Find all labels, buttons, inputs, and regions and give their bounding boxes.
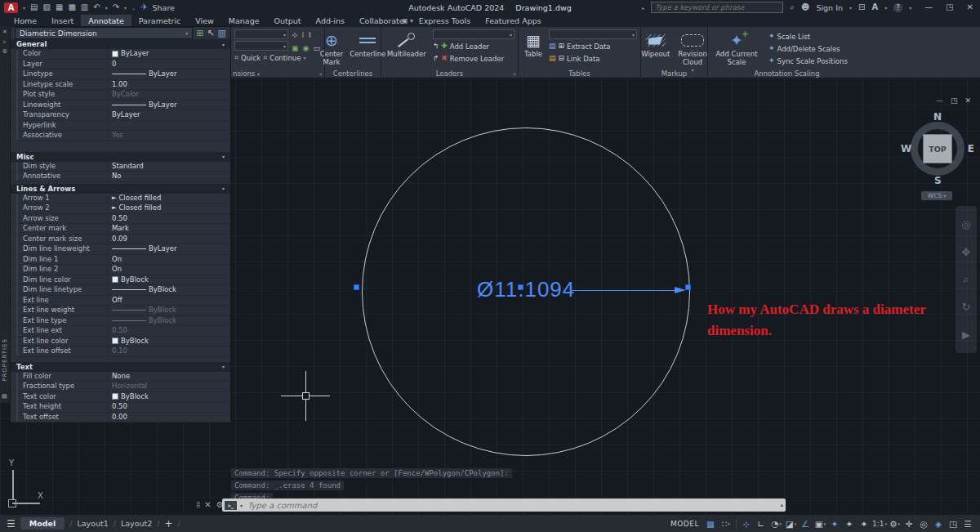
customization-icon[interactable]: ☰ — [961, 517, 975, 530]
property-row[interactable]: Linetype scale ► 1.00 — [11, 80, 230, 91]
property-value[interactable]: ► ByLayer — [109, 49, 230, 59]
search-expand-icon[interactable]: ▸ — [642, 5, 644, 11]
property-value[interactable]: ► ByBlock — [109, 316, 230, 326]
revision-cloud-button[interactable]: Revision Cloud ▾ — [675, 29, 710, 75]
add-current-scale-button[interactable]: ✦+ Add Current Scale — [711, 29, 762, 67]
autoscale-icon[interactable]: ✦ — [843, 517, 857, 530]
property-row[interactable]: Center mark size ► 0.09 — [11, 235, 230, 245]
apps-caret-icon[interactable]: ▾ — [884, 5, 887, 11]
drawing-close-button[interactable]: ✕ — [965, 96, 972, 105]
leaders-launcher-icon[interactable]: » — [513, 71, 516, 78]
leader-collect-icon[interactable]: ↰ — [433, 42, 439, 50]
drawing-minimize-button[interactable]: — — [936, 96, 943, 105]
dimension-line[interactable] — [572, 290, 676, 291]
tab-view[interactable]: View — [188, 15, 221, 27]
property-value[interactable]: ► None — [109, 372, 230, 382]
tab-annotate[interactable]: Annotate — [81, 15, 131, 27]
property-value[interactable]: ► 0.10 — [109, 346, 230, 356]
property-value[interactable]: ► ByBlock — [109, 392, 230, 402]
property-row[interactable]: Dim line 2 ► On — [11, 265, 230, 275]
open-folder-icon[interactable]: ▧ — [42, 3, 50, 11]
diameter-dimension-text[interactable]: Ø11.1094 — [477, 277, 575, 302]
property-row[interactable]: Arrow 2 ► Closed filled — [11, 203, 230, 214]
viewcube-south[interactable]: S — [934, 175, 942, 186]
dimstyle-combo[interactable]: ▾ — [234, 29, 288, 39]
snap-mode-icon[interactable]: ∷ ▾ — [719, 517, 733, 530]
section-header-text[interactable]: Text▾ — [11, 362, 230, 372]
property-value[interactable]: ► 0.50 — [109, 326, 230, 336]
property-value[interactable]: ► Standard — [109, 162, 230, 172]
help-icon[interactable]: ? — [893, 3, 902, 12]
palette-settings-icon[interactable]: ⚙ — [2, 48, 7, 55]
save-icon[interactable]: ▦ — [56, 3, 63, 11]
property-row[interactable]: Arrow 1 ► Closed filled — [11, 194, 230, 204]
property-row[interactable]: Ext line ext ► 0.50 — [11, 326, 230, 337]
share-icon[interactable]: ✈ — [140, 3, 147, 11]
redo-icon[interactable]: ↷ — [113, 3, 119, 11]
dimensions-launcher-icon[interactable]: » — [319, 71, 323, 78]
panel-label-markup[interactable]: Markup — [641, 69, 707, 78]
property-row[interactable]: Ext line color ► ByBlock — [11, 337, 230, 347]
dim-check-icon[interactable]: ▣ — [292, 45, 299, 52]
property-value[interactable]: ► ByLayer — [109, 110, 230, 120]
section-header-general[interactable]: General▾ — [11, 39, 230, 49]
dim-baseline-icon[interactable]: ⊹ — [292, 32, 298, 39]
annotation-scale-value[interactable]: 1:1 ▾ — [872, 517, 887, 530]
command-grip-icon[interactable]: ⁞⁞ — [196, 500, 199, 509]
property-row[interactable]: Ext line weight ► ByBlock — [11, 306, 230, 316]
property-value[interactable]: ► On — [109, 265, 230, 275]
viewcube-north[interactable]: N — [933, 111, 942, 123]
property-row[interactable]: Ext line ► Off — [11, 296, 230, 306]
property-row[interactable]: Ext line offset ► 0.10 — [11, 346, 230, 357]
tab-layout1[interactable]: Layout1 — [77, 519, 108, 528]
property-value[interactable]: ► ByLayer — [109, 101, 230, 110]
annotation-scale-icon[interactable]: ✦ — [858, 517, 871, 530]
isometric-drafting-icon[interactable]: ◪ ▾ — [784, 517, 798, 530]
quick-dim-button[interactable]: Quick — [241, 54, 261, 62]
undo-caret-icon[interactable]: ▾ — [105, 5, 108, 11]
save-as-icon[interactable]: ▩ — [68, 3, 75, 11]
grip-left-quadrant[interactable] — [354, 284, 359, 290]
showmotion-icon[interactable]: ▶ — [962, 329, 970, 341]
property-row[interactable]: Text offset ► 0.00 — [11, 413, 230, 423]
property-row[interactable]: Fill color ► None — [11, 372, 230, 382]
property-value[interactable]: ► Horizontal — [109, 382, 230, 391]
sign-in-caret-icon[interactable]: ▾ — [849, 5, 852, 11]
help-caret-icon[interactable]: ▾ — [909, 5, 911, 11]
annotation-visibility-icon[interactable]: ✦ — [828, 517, 842, 530]
property-value[interactable]: ► — [109, 121, 230, 131]
autocad-logo[interactable]: A — [4, 2, 18, 13]
model-space-label[interactable]: MODEL — [670, 520, 699, 528]
property-row[interactable]: Linetype ► ByLayer — [11, 69, 230, 80]
property-value[interactable]: ► Yes — [109, 131, 230, 141]
pan-icon[interactable]: ✥ — [962, 246, 971, 258]
wcs-selector[interactable]: WCS▾ — [921, 191, 952, 200]
app-menu-caret-icon[interactable]: ▾ — [23, 5, 25, 11]
app-store-cart-icon[interactable]: ⊟ — [858, 3, 865, 11]
property-row[interactable]: Ext line type ► ByBlock — [11, 316, 230, 327]
drawing-restore-button[interactable]: ◳ — [951, 96, 958, 105]
command-prompt-icon[interactable]: >_ — [225, 501, 237, 510]
osnap-tracking-icon[interactable]: ∠ — [799, 517, 813, 530]
panel-label-annotation-scaling[interactable]: Annotation Scaling — [708, 69, 866, 78]
property-value[interactable]: ► ByLayer — [109, 244, 230, 254]
property-value[interactable]: ► 0.50 — [109, 402, 230, 412]
selection-type-combo[interactable]: Diametric Dimension▾ — [15, 27, 193, 39]
wipeout-button[interactable]: Wipeout — [639, 29, 672, 75]
property-value[interactable]: ► Closed filled — [109, 203, 230, 213]
layout-menu-icon[interactable]: ☰ — [7, 518, 16, 530]
ribbon-display-options-icon[interactable]: ▣ ▾ — [402, 17, 413, 26]
tab-add-ins[interactable]: Add-ins — [309, 15, 352, 27]
dim-text-icon[interactable]: Ⅰ — [302, 32, 305, 39]
link-data-button[interactable]: Link Data — [567, 55, 599, 63]
sign-in-button[interactable]: Sign In — [816, 3, 843, 12]
property-row[interactable]: Transparency ► ByLayer — [11, 110, 230, 121]
property-row[interactable]: Text color ► ByBlock — [11, 392, 230, 403]
property-value[interactable]: ► 1.00 — [109, 80, 230, 90]
palette-autohide-icon[interactable]: ▹ — [3, 38, 7, 45]
restore-button[interactable]: ◳ — [946, 3, 953, 11]
property-value[interactable]: ► ByLayer — [109, 69, 230, 79]
property-row[interactable]: Dim style ► Standard — [11, 162, 230, 172]
palette-close-icon[interactable]: ✕ — [2, 29, 7, 35]
share-label[interactable]: Share — [153, 3, 175, 12]
